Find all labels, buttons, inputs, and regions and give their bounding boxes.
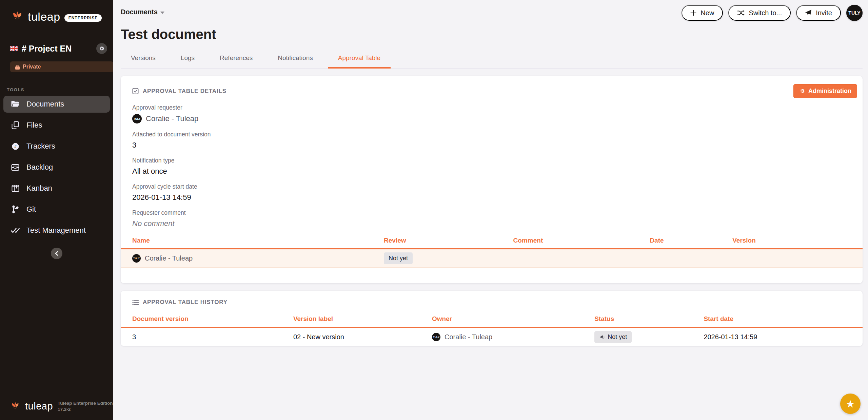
tab-references[interactable]: References	[210, 50, 263, 68]
document-tabs: Versions Logs References Notifications A…	[121, 50, 863, 69]
tab-approval-table[interactable]: Approval Table	[328, 50, 391, 69]
field-notification-type: Notification type All at once	[132, 157, 851, 176]
version-text: 17.2-2	[58, 407, 71, 412]
double-check-icon	[11, 227, 20, 234]
plus-icon	[690, 10, 696, 16]
column-header-date: Date	[650, 237, 732, 248]
project-name: # Project EN	[22, 44, 93, 54]
column-header-version: Version	[732, 237, 851, 248]
privacy-label: Private	[23, 64, 41, 70]
checkbox-icon	[132, 88, 139, 94]
field-label: Approval requester	[132, 104, 851, 111]
history-version-label: 02 - New version	[293, 333, 432, 341]
feedback-star-button[interactable]: ★	[840, 394, 861, 414]
column-header-review: Review	[384, 237, 513, 248]
field-value: 3	[132, 141, 851, 150]
git-branch-icon	[11, 205, 20, 213]
gear-icon	[99, 45, 105, 52]
status-badge-label: Not yet	[608, 333, 627, 341]
lock-icon	[15, 64, 20, 70]
history-owner: Coralie - Tuleap	[445, 333, 492, 341]
tab-logs[interactable]: Logs	[171, 50, 205, 68]
tools-nav: Documents Files # Trackers Backlog Kanba…	[0, 96, 113, 239]
breadcrumb-label: Documents	[121, 8, 158, 16]
history-table-header: Document version Version label Owner Sta…	[121, 315, 863, 328]
field-label: Attached to document version	[132, 131, 851, 138]
sidebar-item-label: Kanban	[26, 184, 52, 193]
tab-versions[interactable]: Versions	[121, 50, 166, 68]
approval-table-history-card: APPROVAL TABLE HISTORY Document version …	[121, 291, 863, 346]
list-icon	[132, 300, 139, 305]
kanban-icon	[11, 185, 20, 192]
tab-notifications[interactable]: Notifications	[268, 50, 323, 68]
folder-open-icon	[11, 100, 20, 108]
svg-text:#: #	[14, 144, 17, 149]
field-value: Coralie - Tuleap	[146, 114, 198, 123]
sidebar-item-files[interactable]: Files	[3, 117, 110, 134]
sidebar-item-backlog[interactable]: Backlog	[3, 159, 110, 176]
avatar: TULY	[132, 114, 142, 123]
gear-icon	[799, 88, 805, 94]
field-value: All at once	[132, 167, 851, 176]
sidebar-item-label: Git	[26, 205, 36, 214]
chevron-down-icon	[160, 12, 164, 14]
field-label: Approval cycle start date	[132, 183, 851, 190]
tools-section-label: TOOLS	[0, 72, 113, 96]
sidebar-item-label: Documents	[26, 100, 64, 109]
sidebar-item-documents[interactable]: Documents	[3, 96, 110, 113]
table-row: 3 02 - New version TULY Coralie - Tuleap…	[121, 328, 863, 346]
sidebar-item-label: Test Management	[26, 226, 86, 235]
field-attached-version: Attached to document version 3	[132, 131, 851, 150]
sidebar-item-trackers[interactable]: # Trackers	[3, 138, 110, 155]
review-status-badge: Not yet	[384, 252, 413, 264]
new-button-label: New	[701, 9, 714, 17]
field-cycle-start-date: Approval cycle start date 2026-01-13 14:…	[132, 183, 851, 202]
history-table: Document version Version label Owner Sta…	[121, 315, 863, 346]
tulip-logo-icon	[10, 401, 20, 412]
administration-button-label: Administration	[808, 88, 851, 95]
trackers-icon: #	[11, 142, 20, 150]
avatar: TULY	[432, 333, 440, 341]
logo-wordmark: tuleap	[28, 10, 60, 23]
privacy-badge: Private	[10, 61, 113, 72]
new-button[interactable]: New	[682, 5, 723, 21]
field-label: Requester comment	[132, 209, 851, 216]
switch-to-button[interactable]: Switch to...	[728, 5, 791, 21]
field-value: 2026-01-13 14:59	[132, 193, 851, 202]
enterprise-badge: ENTERPRISE	[64, 14, 102, 22]
status-badge: Not yet	[594, 331, 632, 343]
field-value: No comment	[132, 219, 851, 228]
reviewer-name: Coralie - Tuleap	[145, 254, 193, 262]
field-requester-comment: Requester comment No comment	[132, 209, 851, 228]
column-header-start-date: Start date	[704, 315, 851, 327]
history-card-title: APPROVAL TABLE HISTORY	[143, 299, 228, 306]
field-label: Notification type	[132, 157, 851, 164]
column-header-document-version: Document version	[132, 315, 293, 327]
sidebar: tuleap ENTERPRISE # Project EN Private T…	[0, 0, 113, 420]
sidebar-item-label: Trackers	[26, 142, 55, 151]
administration-button[interactable]: Administration	[793, 84, 857, 98]
main-content: Documents New Switch to... Invite TULY T…	[113, 0, 868, 420]
backlog-icon	[11, 164, 20, 171]
chevron-left-icon	[55, 251, 59, 256]
uk-flag-icon	[10, 46, 18, 51]
star-icon: ★	[846, 398, 855, 410]
tuleap-logo: tuleap ENTERPRISE	[0, 0, 113, 23]
shuffle-icon	[737, 10, 745, 16]
column-header-version-label: Version label	[293, 315, 432, 327]
sidebar-item-kanban[interactable]: Kanban	[3, 180, 110, 197]
reviewers-table-header: Name Review Comment Date Version	[121, 237, 863, 249]
project-settings-button[interactable]	[96, 43, 107, 54]
details-card-title: APPROVAL TABLE DETAILS	[143, 88, 226, 95]
paper-plane-icon	[805, 9, 812, 16]
edition-version-text: Tuleap Enterprise Edition 17.2-2	[58, 400, 113, 413]
edition-text: Tuleap Enterprise Edition	[58, 401, 113, 406]
sidebar-item-label: Files	[26, 121, 42, 130]
sidebar-item-git[interactable]: Git	[3, 201, 110, 218]
sidebar-item-test-management[interactable]: Test Management	[3, 222, 110, 239]
switch-to-button-label: Switch to...	[749, 9, 782, 17]
user-avatar[interactable]: TULY	[846, 5, 863, 21]
breadcrumb[interactable]: Documents	[121, 8, 164, 16]
invite-button[interactable]: Invite	[796, 5, 841, 21]
sidebar-collapse-button[interactable]	[51, 248, 62, 259]
